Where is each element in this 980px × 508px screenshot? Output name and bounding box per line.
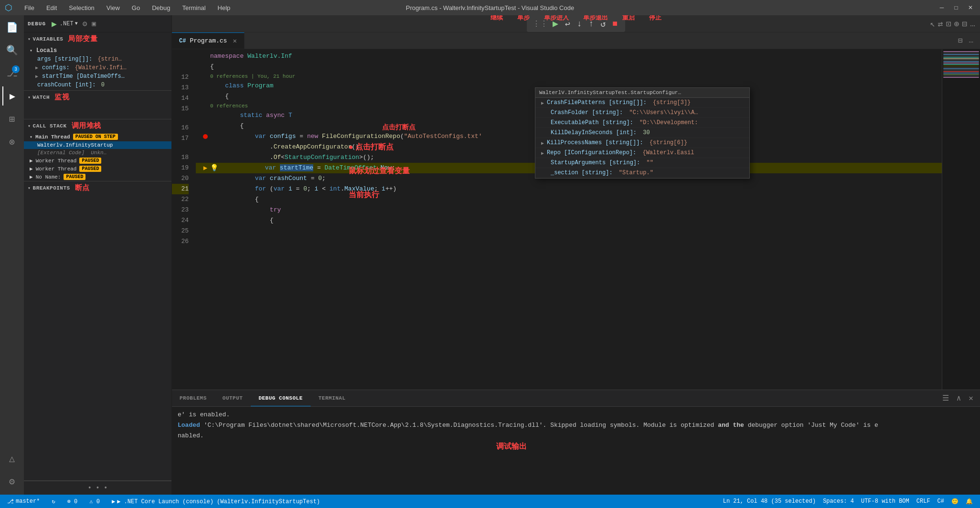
mm-line-5 xyxy=(943,57,979,58)
tab-close-icon[interactable]: ✕ xyxy=(233,37,236,45)
menu-edit[interactable]: Edit xyxy=(44,3,59,12)
callstack-thread-main[interactable]: ▾ Main Thread PAUSED ON STEP xyxy=(24,132,171,141)
callstack-frame-main-ext[interactable]: [External Code] Unkn… xyxy=(24,149,171,157)
split-editor-icon[interactable]: ⊟ xyxy=(962,19,967,29)
callstack-header[interactable]: ▾ CALL STACK 调用堆栈 xyxy=(24,119,171,132)
status-sync[interactable]: ↻ xyxy=(49,495,57,508)
activity-item-explorer[interactable]: 📄 xyxy=(2,18,21,37)
activity-item-run[interactable]: ▶ xyxy=(2,86,21,106)
menu-help[interactable]: Help xyxy=(215,3,233,12)
more-actions-icon[interactable]: … xyxy=(970,19,975,29)
callstack-frame-main-0[interactable]: Walterlv.InfinityStartup xyxy=(24,141,171,149)
var-name-configs: configs: xyxy=(42,64,73,71)
tooltip-item-5: ▶ Repo [IConfigurationRepo]: {Walterlv.E… xyxy=(535,148,749,158)
status-position[interactable]: Ln 21, Col 48 (35 selected) xyxy=(721,498,818,505)
status-smiley[interactable]: 🙂 xyxy=(949,498,961,505)
run-icon: ▶ xyxy=(112,498,115,505)
scroll-up-icon[interactable]: ∧ xyxy=(955,392,963,404)
go-icon[interactable]: ⊕ xyxy=(954,19,959,29)
tab-debug-console[interactable]: DEBUG CONSOLE xyxy=(251,390,310,406)
tooltip-header: WalterlV.InfinityStartupTest.StartupConf… xyxy=(535,88,749,98)
callstack-thread-noname[interactable]: ▶ No Name: PAUSED xyxy=(24,173,171,181)
tooltip-expand-icon-5: ▶ xyxy=(541,150,544,156)
console-line-2: nabled. xyxy=(178,431,974,441)
debug-gear-icon[interactable]: ⚙ xyxy=(83,19,87,29)
status-language[interactable]: C# xyxy=(935,498,947,505)
more-button[interactable]: • • • xyxy=(87,484,107,492)
close-button[interactable]: ✕ xyxy=(966,3,975,12)
compare-icon[interactable]: ⇄ xyxy=(938,19,943,29)
cn-restart-label: 重启 xyxy=(622,15,635,22)
more-tabs-icon[interactable]: … xyxy=(967,35,975,46)
status-bell[interactable]: 🔔 xyxy=(963,498,975,505)
goto-definition-icon[interactable]: ⊡ xyxy=(946,19,951,29)
encoding-text: UTF-8 with BOM xyxy=(861,498,909,505)
tooltip-item-2: ExecutablePath [string]: "D:\\Developmen… xyxy=(535,118,749,128)
status-run-config[interactable]: ▶ ▶ .NET Core Launch (console) (Walterlv… xyxy=(109,495,322,508)
main-layout: 📄 🔍 ⎇ 3 ▶ ⊞ ⊗ △ ⚙ DEBUG ▶ .NET ▼ ⚙ ▣ xyxy=(0,15,980,495)
debug-cn-labels: 继续 单步 单步进入 单步退出 重启 停止 xyxy=(490,15,661,22)
close-panel-icon[interactable]: ✕ xyxy=(967,392,975,404)
code-line-13: { xyxy=(196,62,942,72)
activity-item-remote[interactable]: ⊗ xyxy=(2,132,21,151)
clear-console-icon[interactable]: ☰ xyxy=(940,392,951,404)
mm-line-7 xyxy=(943,60,979,61)
status-warnings[interactable]: ⚠ 0 xyxy=(87,495,102,508)
activity-item-extensions[interactable]: ⊞ xyxy=(2,109,21,128)
tab-problems[interactable]: PROBLEMS xyxy=(172,390,215,406)
variables-content: ▾ Locals args [string[]]: {strin… ▶ conf… xyxy=(24,45,171,90)
status-errors[interactable]: ⊗ 0 xyxy=(65,495,80,508)
activity-item-account[interactable]: △ xyxy=(2,449,21,468)
var-item-crashcount[interactable]: crashCount [int]: 0 xyxy=(24,81,171,89)
status-branch[interactable]: ⎇ master* xyxy=(5,495,42,508)
line-ending-text: CRLF xyxy=(916,498,930,505)
watch-cn-label: 监视 xyxy=(54,93,69,102)
var-val-args: {strin… xyxy=(97,56,121,63)
tooltip-key-2: ExecutablePath [string]: xyxy=(551,119,633,126)
callstack-thread-worker1[interactable]: ▶ Worker Thread PAUSED xyxy=(24,157,171,165)
noname-badge: PAUSED xyxy=(64,174,85,180)
var-item-starttime[interactable]: ▶ startTime [DateTimeOffs… xyxy=(24,72,171,81)
activity-item-source-control[interactable]: ⎇ 3 xyxy=(2,64,21,83)
line18-gutter xyxy=(201,134,210,139)
mm-line-1 xyxy=(943,51,979,52)
callstack-content: ▾ Main Thread PAUSED ON STEP Walterlv.In… xyxy=(24,132,171,181)
breakpoints-header[interactable]: ▾ BREAKPOINTS 断点 xyxy=(24,181,171,194)
mm-line-18 xyxy=(943,75,979,76)
debug-terminal-icon[interactable]: ▣ xyxy=(92,20,96,28)
menu-terminal[interactable]: Terminal xyxy=(180,3,208,12)
menu-debug[interactable]: Debug xyxy=(149,3,172,12)
noname-chevron-icon: ▶ xyxy=(30,174,33,180)
activity-item-search[interactable]: 🔍 xyxy=(2,41,21,60)
var-item-configs[interactable]: ▶ configs: {Walterlv.Infi… xyxy=(24,64,171,72)
debug-dropdown[interactable]: .NET ▼ xyxy=(60,21,78,27)
status-spaces[interactable]: Spaces: 4 xyxy=(820,498,856,505)
locals-group[interactable]: ▾ Locals xyxy=(24,46,171,55)
split-editor-right-icon[interactable]: ⊟ xyxy=(956,35,965,46)
activity-item-settings[interactable]: ⚙ xyxy=(2,472,21,491)
code-content: 12 13 14 15 16 17 18 19 20 21 22 23 24 2… xyxy=(172,49,980,390)
variables-header[interactable]: ▾ VARIABLES 局部变量 xyxy=(24,32,171,45)
minimize-button[interactable]: ─ xyxy=(937,3,947,12)
tab-terminal[interactable]: TERMINAL xyxy=(311,390,354,406)
watch-header[interactable]: ▾ WATCH 监视 xyxy=(24,91,171,104)
menu-view[interactable]: View xyxy=(104,3,122,12)
callstack-thread-worker2[interactable]: ▶ Worker Thread PAUSED xyxy=(24,165,171,173)
tab-output[interactable]: OUTPUT xyxy=(215,390,251,406)
var-item-args[interactable]: args [string[]]: {strin… xyxy=(24,55,171,64)
navigate-back-icon[interactable]: ↖ xyxy=(930,19,935,29)
callstack-chevron-icon: ▾ xyxy=(28,123,31,129)
tab-program-cs[interactable]: C# Program.cs ✕ xyxy=(172,32,245,49)
menu-selection[interactable]: Selection xyxy=(66,3,96,12)
status-encoding[interactable]: UTF-8 with BOM xyxy=(859,498,912,505)
chevron-down-icon: ▼ xyxy=(75,21,78,26)
maximize-button[interactable]: □ xyxy=(951,3,961,12)
bottom-tab-actions: ☰ ∧ ✕ xyxy=(940,390,980,406)
menu-file[interactable]: File xyxy=(22,3,37,12)
debug-play-button[interactable]: ▶ xyxy=(52,19,57,29)
variables-title: VARIABLES xyxy=(33,36,64,42)
main-thread-chevron-icon: ▾ xyxy=(30,134,32,140)
menu-go[interactable]: Go xyxy=(129,3,142,12)
console-line-1: Loaded 'C:\Program Files\dotnet\shared\M… xyxy=(178,420,974,431)
status-line-ending[interactable]: CRLF xyxy=(914,498,933,505)
